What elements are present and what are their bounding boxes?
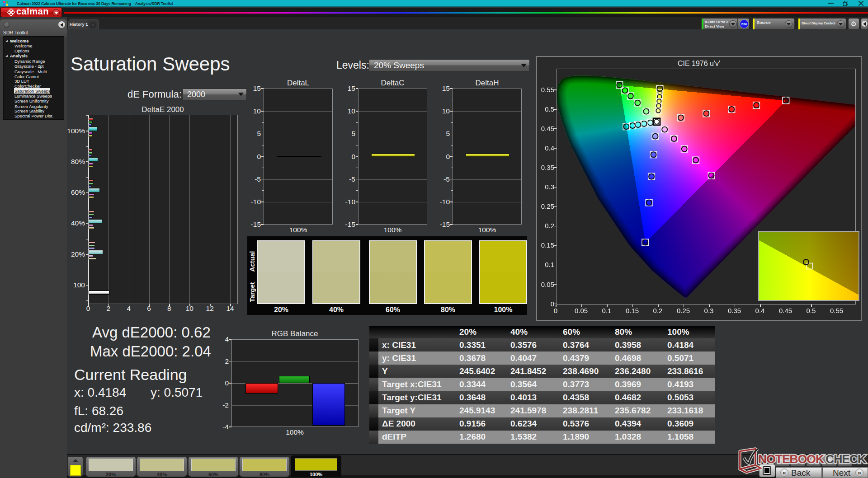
svg-text:NOTEBOOK: NOTEBOOK bbox=[758, 452, 824, 466]
svg-text:CHECK: CHECK bbox=[826, 452, 866, 466]
